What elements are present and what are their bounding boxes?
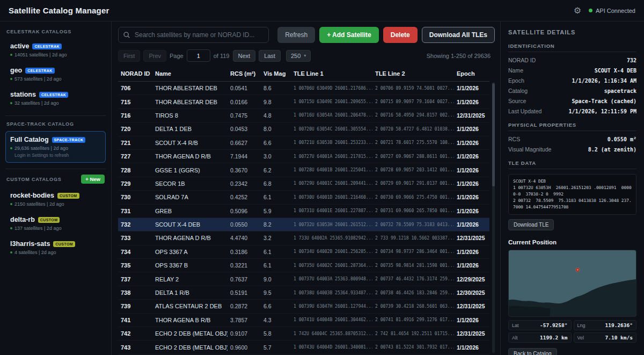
cell-name: RELAY 2 xyxy=(152,276,228,282)
column-header-epoch: Epoch xyxy=(454,70,492,77)
sidebar-item-full-catalog[interactable]: Full CatalogSPACE-TRACK29,636 satellites… xyxy=(5,131,106,163)
catalog-meta-text: 32 satellites | 2d ago xyxy=(14,100,58,106)
cell-tle-line-2: 2 00731 69.9060 265.7850 001... xyxy=(372,208,454,213)
physical-fields: RCS0.0550 m²Visual Magnitude8.2 (at zeni… xyxy=(508,136,636,153)
table-scrollbar[interactable] xyxy=(492,82,495,353)
settings-gear-icon[interactable]: ⚙ xyxy=(574,6,581,15)
stat-value: 7.10 km/s xyxy=(605,335,633,340)
cell-rcs: 7.1944 xyxy=(228,153,261,160)
cell-vis-mag: 8.6 xyxy=(261,85,291,91)
sidebar-item-geo[interactable]: geoCELESTRAK573 satellites | 2d ago xyxy=(5,63,106,85)
search-input[interactable] xyxy=(118,27,269,43)
catalog-name: l3harris-sats xyxy=(10,240,50,248)
table-row-737[interactable]: 737RELAY 20.76379.01 00737U 64003A 25363… xyxy=(118,272,489,286)
column-header-tle-line-2: TLE Line 2 xyxy=(372,70,454,77)
cell-vis-mag: 5.9 xyxy=(261,208,291,214)
status-dot-icon xyxy=(10,102,12,104)
sidebar-section-title: SPACE-TRACK CATALOG xyxy=(6,121,74,127)
prev-page-button[interactable]: Prev xyxy=(143,50,166,62)
cell-name: THOR AGENA D R/B xyxy=(152,235,228,241)
cell-name: THOR AGENA B R/B xyxy=(152,317,228,323)
catalog-item-row: Full CatalogSPACE-TRACK xyxy=(10,136,101,143)
cell-name: GREB xyxy=(152,208,228,214)
table-row-739[interactable]: 739ATLAS CENTAUR 2 DEB0.28726.61 00739U … xyxy=(118,300,489,313)
table-row-730[interactable]: 730SOLRAD 7A0.42526.11 00730U 64001D 260… xyxy=(118,191,489,204)
table-row-738[interactable]: 738DELTA 1 R/B0.51919.51 00738U 64003B 2… xyxy=(118,286,489,300)
cell-name: DELTA 1 DEB xyxy=(152,126,228,132)
table-row-743[interactable]: 743ECHO 2 DEB (METAL OBJ)0.96005.71 0074… xyxy=(118,340,489,354)
cell-vis-mag: 6.1 xyxy=(261,194,291,200)
field-label: NORAD ID xyxy=(508,57,536,63)
app-root: Satellite Catalog Manager ⚙ API Connecte… xyxy=(0,0,644,355)
new-catalog-button[interactable]: + New xyxy=(81,175,105,184)
add-satellite-button[interactable]: + Add Satellite xyxy=(319,27,379,43)
table-row-721[interactable]: 721SCOUT X-4 R/B0.66276.61 00721U 63053B… xyxy=(118,136,489,150)
refresh-button[interactable]: Refresh xyxy=(277,27,315,43)
table-row-735[interactable]: 735OPS 3367 B0.32216.11 00735U 64002C 26… xyxy=(118,259,489,272)
cell-rcs: 0.0166 xyxy=(228,99,261,105)
cell-tle-line-2: 2 733 99.1218 10.5662 003387... xyxy=(372,236,454,241)
cell-vis-mag: 9.0 xyxy=(261,276,291,282)
table-row-731[interactable]: 731GREB0.50965.91 00731U 64001E 26001.22… xyxy=(118,205,489,218)
position-stat-vel: Vel7.10 km/s xyxy=(574,332,637,343)
column-header-rcs-m: RCS (m²) xyxy=(228,70,261,77)
cell-tle-line-1: 1 742U 64004C 25365.88705312... xyxy=(291,331,372,336)
sidebar-section-head: SPACE-TRACK CATALOG xyxy=(5,121,106,127)
cell-name: ECHO 2 DEB (METAL OBJ) xyxy=(152,330,228,337)
sidebar-item-active[interactable]: activeCELESTRAK14051 satellites | 2d ago xyxy=(5,39,106,61)
download-all-tles-button[interactable]: Download All TLEs xyxy=(422,27,495,43)
next-page-button[interactable]: Next xyxy=(233,50,256,62)
cell-rcs: 0.3186 xyxy=(228,249,261,255)
delete-button[interactable]: Delete xyxy=(383,27,418,43)
sidebar-item-l3harris-sats[interactable]: l3harris-satsCUSTOM4 satellites | 2d ago xyxy=(5,236,106,259)
cell-vis-mag: 6.2 xyxy=(261,167,291,173)
table-row-734[interactable]: 734OPS 3367 A0.31866.11 00734U 64002B 26… xyxy=(118,245,489,259)
field-value: 8.2 (at zenith) xyxy=(588,147,636,153)
first-page-button[interactable]: First xyxy=(118,50,140,62)
table-row-716[interactable]: 716TIROS 80.74754.81 00716U 63054A 26001… xyxy=(118,109,489,122)
scrollbar-thumb[interactable] xyxy=(492,83,495,186)
table-row-728[interactable]: 728GGSE 1 (GGRS)0.36706.21 00728U 64001B… xyxy=(118,163,489,177)
sidebar-item-stations[interactable]: stationsCELESTRAK32 satellites | 2d ago xyxy=(5,87,106,110)
api-status-dot-icon xyxy=(589,9,592,12)
back-to-catalog-button[interactable]: Back to Catalog xyxy=(508,348,557,355)
cell-vis-mag: 8.2 xyxy=(261,221,291,228)
detail-field-rcs: RCS0.0550 m² xyxy=(508,136,636,142)
catalog-meta: 14051 satellites | 2d ago xyxy=(10,52,101,57)
table-row-715[interactable]: 715THOR ABLESTAR DEB0.01669.81 00715U 63… xyxy=(118,95,489,108)
cell-tle-line-2: 2 00706 89.9159 74.5081 0027... xyxy=(372,86,454,91)
stat-label: Lat xyxy=(512,323,519,328)
table-row-733[interactable]: 733THOR AGENA D R/B4.47403.21 733U 64002… xyxy=(118,231,489,245)
cell-norad-id: 741 xyxy=(118,317,152,323)
table-row-729[interactable]: 729SECOR 1B0.23426.81 00729U 64001C 2600… xyxy=(118,177,489,191)
api-status: API Connected xyxy=(589,8,635,14)
catalog-name: stations xyxy=(10,91,36,98)
download-tle-button[interactable]: Download TLE xyxy=(508,219,554,230)
cell-epoch: 1/1/2026 xyxy=(454,99,489,105)
cell-vis-mag: 4.8 xyxy=(261,112,291,119)
stat-label: Vel xyxy=(577,335,584,340)
table-row-720[interactable]: 720DELTA 1 DEB0.04538.01 00720U 63054C 2… xyxy=(118,122,489,136)
last-page-button[interactable]: Last xyxy=(259,50,281,62)
sidebar-item-delta-rb[interactable]: delta-rbCUSTOM137 satellites | 2d ago xyxy=(5,212,106,235)
page-size-select[interactable]: 250 ▾ xyxy=(286,50,311,62)
catalog-name: Full Catalog xyxy=(10,136,49,143)
catalog-login-note: Login in Settings to refresh xyxy=(10,153,101,158)
position-map xyxy=(508,250,636,317)
catalog-badge: SPACE-TRACK xyxy=(52,137,86,143)
table-row-742[interactable]: 742ECHO 2 DEB (METAL OBJ)0.91075.81 742U… xyxy=(118,327,489,340)
tle-section-title: TLE DATA xyxy=(508,160,636,169)
field-value: SCOUT X-4 DEB xyxy=(595,68,636,74)
table-row-706[interactable]: 706THOR ABLESTAR DEB0.05418.61 00706U 63… xyxy=(118,82,489,95)
catalog-meta-text: 4 satellites | 2d ago xyxy=(14,250,56,255)
table-body: 706THOR ABLESTAR DEB0.05418.61 00706U 63… xyxy=(118,82,489,354)
cell-epoch: 12/31/2025 xyxy=(454,330,489,337)
field-label: Source xyxy=(508,98,526,104)
page-number-input[interactable] xyxy=(187,49,210,62)
sidebar-item-rocket-bodies[interactable]: rocket-bodiesCUSTOM2150 satellites | 2d … xyxy=(5,188,106,211)
cell-tle-line-2: 2 00721 78.6017 275.5570 108... xyxy=(372,140,454,145)
table-row-741[interactable]: 741THOR AGENA B R/B3.78574.31 00741U 640… xyxy=(118,314,489,327)
table-row-727[interactable]: 727THOR AGENA D R/B7.19443.01 00727U 640… xyxy=(118,150,489,163)
table-row-732[interactable]: 732SCOUT X-4 DEB0.05508.21 00732U 63053H… xyxy=(118,218,489,231)
cell-norad-id: 742 xyxy=(118,330,152,337)
